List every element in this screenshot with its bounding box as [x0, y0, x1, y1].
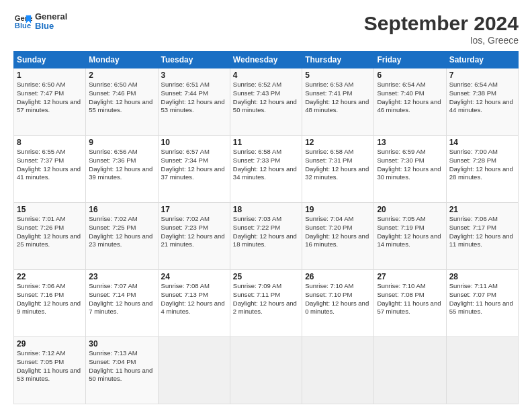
day-number: 28 [449, 272, 515, 281]
day-info: Sunrise: 7:07 AM Sunset: 7:14 PM Dayligh… [89, 282, 154, 316]
day-info: Sunrise: 6:56 AM Sunset: 7:36 PM Dayligh… [89, 148, 154, 182]
day-info: Sunrise: 7:04 AM Sunset: 7:20 PM Dayligh… [305, 215, 371, 249]
day-number: 13 [377, 138, 443, 147]
day-number: 27 [377, 272, 443, 281]
day-number: 1 [17, 71, 83, 80]
day-number: 14 [449, 138, 515, 147]
calendar-cell: 8Sunrise: 6:55 AM Sunset: 7:37 PM Daylig… [14, 136, 86, 203]
day-info: Sunrise: 6:51 AM Sunset: 7:44 PM Dayligh… [161, 81, 227, 115]
day-info: Sunrise: 6:58 AM Sunset: 7:31 PM Dayligh… [305, 148, 371, 182]
calendar-cell: 24Sunrise: 7:08 AM Sunset: 7:13 PM Dayli… [158, 270, 230, 337]
day-number: 4 [233, 71, 299, 80]
day-number: 6 [377, 71, 443, 80]
calendar-cell: 5Sunrise: 6:53 AM Sunset: 7:41 PM Daylig… [302, 68, 374, 136]
day-info: Sunrise: 6:50 AM Sunset: 7:46 PM Dayligh… [89, 81, 154, 115]
day-number: 7 [449, 71, 515, 80]
day-info: Sunrise: 7:13 AM Sunset: 7:04 PM Dayligh… [89, 349, 154, 383]
calendar-cell: 29Sunrise: 7:12 AM Sunset: 7:05 PM Dayli… [14, 337, 86, 404]
calendar-cell: 28Sunrise: 7:11 AM Sunset: 7:07 PM Dayli… [446, 270, 518, 337]
calendar-cell: 20Sunrise: 7:05 AM Sunset: 7:19 PM Dayli… [374, 203, 446, 270]
calendar-cell: 3Sunrise: 6:51 AM Sunset: 7:44 PM Daylig… [158, 68, 230, 136]
day-number: 17 [161, 205, 227, 214]
col-header-tuesday: Tuesday [158, 52, 230, 68]
day-number: 25 [233, 272, 299, 281]
title-block: September 2024 Ios, Greece [364, 12, 519, 46]
col-header-monday: Monday [86, 52, 158, 68]
calendar-cell: 14Sunrise: 7:00 AM Sunset: 7:28 PM Dayli… [446, 136, 518, 203]
calendar-cell: 9Sunrise: 6:56 AM Sunset: 7:36 PM Daylig… [86, 136, 158, 203]
day-number: 29 [17, 339, 83, 349]
page: General Blue General Blue September 2024… [0, 0, 532, 411]
calendar-cell: 26Sunrise: 7:10 AM Sunset: 7:10 PM Dayli… [302, 270, 374, 337]
day-number: 12 [305, 138, 371, 147]
calendar-cell: 4Sunrise: 6:52 AM Sunset: 7:43 PM Daylig… [230, 68, 302, 136]
day-info: Sunrise: 7:03 AM Sunset: 7:22 PM Dayligh… [233, 215, 299, 249]
col-header-saturday: Saturday [446, 52, 518, 68]
calendar-cell: 22Sunrise: 7:06 AM Sunset: 7:16 PM Dayli… [14, 270, 86, 337]
calendar-table: SundayMondayTuesdayWednesdayThursdayFrid… [13, 51, 519, 404]
day-number: 21 [449, 205, 515, 214]
calendar-cell: 12Sunrise: 6:58 AM Sunset: 7:31 PM Dayli… [302, 136, 374, 203]
location: Ios, Greece [364, 35, 519, 46]
day-number: 20 [377, 205, 443, 214]
logo-icon: General Blue [13, 12, 32, 31]
day-info: Sunrise: 6:58 AM Sunset: 7:33 PM Dayligh… [233, 148, 299, 182]
day-info: Sunrise: 7:08 AM Sunset: 7:13 PM Dayligh… [161, 282, 227, 316]
calendar-cell: 10Sunrise: 6:57 AM Sunset: 7:34 PM Dayli… [158, 136, 230, 203]
logo-text: General Blue [35, 12, 67, 32]
calendar-cell: 2Sunrise: 6:50 AM Sunset: 7:46 PM Daylig… [86, 68, 158, 136]
month-title: September 2024 [364, 12, 519, 35]
day-number: 15 [17, 205, 83, 214]
calendar-cell: 19Sunrise: 7:04 AM Sunset: 7:20 PM Dayli… [302, 203, 374, 270]
day-info: Sunrise: 6:54 AM Sunset: 7:38 PM Dayligh… [449, 81, 515, 115]
calendar-cell: 27Sunrise: 7:10 AM Sunset: 7:08 PM Dayli… [374, 270, 446, 337]
day-number: 10 [161, 138, 227, 147]
day-info: Sunrise: 6:57 AM Sunset: 7:34 PM Dayligh… [161, 148, 227, 182]
calendar-cell: 6Sunrise: 6:54 AM Sunset: 7:40 PM Daylig… [374, 68, 446, 136]
col-header-friday: Friday [374, 52, 446, 68]
logo: General Blue General Blue [13, 12, 67, 32]
col-header-sunday: Sunday [14, 52, 86, 68]
day-info: Sunrise: 7:10 AM Sunset: 7:08 PM Dayligh… [377, 282, 443, 316]
day-number: 8 [17, 138, 83, 147]
day-info: Sunrise: 6:59 AM Sunset: 7:30 PM Dayligh… [377, 148, 443, 182]
day-info: Sunrise: 6:55 AM Sunset: 7:37 PM Dayligh… [17, 148, 83, 182]
calendar-cell [374, 337, 446, 404]
calendar-cell: 11Sunrise: 6:58 AM Sunset: 7:33 PM Dayli… [230, 136, 302, 203]
svg-text:Blue: Blue [15, 22, 31, 30]
calendar-cell: 21Sunrise: 7:06 AM Sunset: 7:17 PM Dayli… [446, 203, 518, 270]
day-number: 9 [89, 138, 154, 147]
calendar-cell: 1Sunrise: 6:50 AM Sunset: 7:47 PM Daylig… [14, 68, 86, 136]
day-info: Sunrise: 7:06 AM Sunset: 7:17 PM Dayligh… [449, 215, 515, 249]
day-number: 18 [233, 205, 299, 214]
day-info: Sunrise: 7:02 AM Sunset: 7:23 PM Dayligh… [161, 215, 227, 249]
day-info: Sunrise: 7:02 AM Sunset: 7:25 PM Dayligh… [89, 215, 154, 249]
day-number: 16 [89, 205, 154, 214]
calendar-cell: 23Sunrise: 7:07 AM Sunset: 7:14 PM Dayli… [86, 270, 158, 337]
day-info: Sunrise: 7:01 AM Sunset: 7:26 PM Dayligh… [17, 215, 83, 249]
day-info: Sunrise: 7:09 AM Sunset: 7:11 PM Dayligh… [233, 282, 299, 316]
day-number: 22 [17, 272, 83, 281]
day-number: 24 [161, 272, 227, 281]
header: General Blue General Blue September 2024… [13, 12, 519, 46]
day-info: Sunrise: 6:54 AM Sunset: 7:40 PM Dayligh… [377, 81, 443, 115]
calendar-cell: 18Sunrise: 7:03 AM Sunset: 7:22 PM Dayli… [230, 203, 302, 270]
day-number: 30 [89, 339, 154, 349]
calendar-cell: 16Sunrise: 7:02 AM Sunset: 7:25 PM Dayli… [86, 203, 158, 270]
day-info: Sunrise: 6:50 AM Sunset: 7:47 PM Dayligh… [17, 81, 83, 115]
day-info: Sunrise: 6:53 AM Sunset: 7:41 PM Dayligh… [305, 81, 371, 115]
calendar-cell: 7Sunrise: 6:54 AM Sunset: 7:38 PM Daylig… [446, 68, 518, 136]
calendar-cell [446, 337, 518, 404]
day-number: 2 [89, 71, 154, 80]
calendar-cell: 25Sunrise: 7:09 AM Sunset: 7:11 PM Dayli… [230, 270, 302, 337]
day-info: Sunrise: 7:06 AM Sunset: 7:16 PM Dayligh… [17, 282, 83, 316]
col-header-thursday: Thursday [302, 52, 374, 68]
day-info: Sunrise: 6:52 AM Sunset: 7:43 PM Dayligh… [233, 81, 299, 115]
day-number: 19 [305, 205, 371, 214]
day-number: 5 [305, 71, 371, 80]
day-info: Sunrise: 7:12 AM Sunset: 7:05 PM Dayligh… [17, 349, 83, 383]
day-number: 26 [305, 272, 371, 281]
calendar-cell [230, 337, 302, 404]
day-number: 11 [233, 138, 299, 147]
calendar-cell: 30Sunrise: 7:13 AM Sunset: 7:04 PM Dayli… [86, 337, 158, 404]
